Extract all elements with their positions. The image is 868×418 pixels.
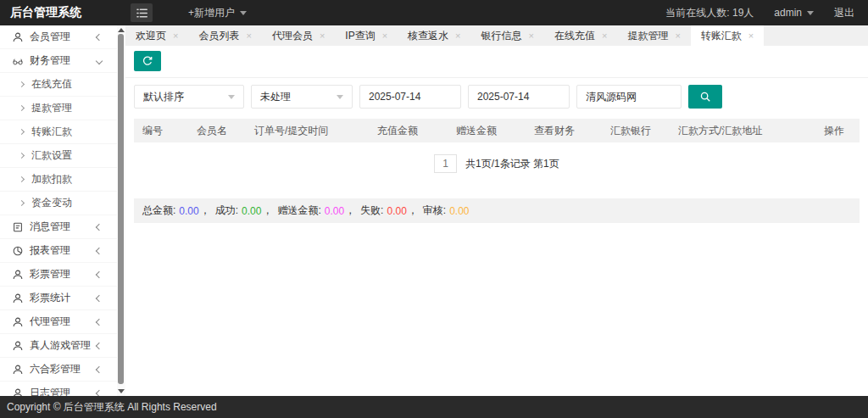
column-header-id: 编号 xyxy=(134,119,188,142)
tab-agent-member[interactable]: 代理会员 × xyxy=(262,25,335,46)
tab-welcome[interactable]: 欢迎页 × xyxy=(125,25,188,46)
sidebar-item-mark-six-management[interactable]: 六合彩管理 xyxy=(0,358,117,382)
sidebar-subitem-online-recharge[interactable]: 在线充值 xyxy=(0,73,117,97)
sort-select-value: 默认排序 xyxy=(143,90,184,104)
close-icon[interactable]: × xyxy=(246,31,251,41)
chevron-right-icon xyxy=(19,81,25,87)
header-right-group: 当前在线人数: 19人 admin 退出 xyxy=(665,6,868,20)
user-icon xyxy=(12,364,24,376)
app-title: 后台管理系统 xyxy=(0,5,125,20)
close-icon[interactable]: × xyxy=(748,31,754,41)
column-header-remit-method-address: 汇款方式/汇款地址 xyxy=(670,119,815,142)
sort-select[interactable]: 默认排序 xyxy=(134,85,244,109)
tab-member-list[interactable]: 会员列表 × xyxy=(188,25,261,46)
scrollbar-thumb[interactable] xyxy=(118,34,124,384)
tab-bank-info[interactable]: 银行信息 × xyxy=(471,25,544,46)
summary-label-success: 成功: xyxy=(215,203,238,218)
column-header-member-name: 会员名 xyxy=(188,119,246,142)
close-icon[interactable]: × xyxy=(529,31,534,41)
tab-transfer-remittance[interactable]: 转账汇款 × xyxy=(691,25,764,46)
scroll-down-arrow-icon[interactable] xyxy=(118,389,125,393)
date-from-input[interactable] xyxy=(359,85,461,109)
content-area: 默认排序 未处理 xyxy=(125,46,868,396)
summary-value-bonus: 0.00 xyxy=(325,205,344,217)
sidebar-subitem-transfer-remittance[interactable]: 转账汇款 xyxy=(0,120,117,144)
pagination: 1 共1页/1条记录 第1页 xyxy=(125,154,868,173)
sidebar-subitem-add-deduct-funds[interactable]: 加款扣款 xyxy=(0,168,117,192)
add-user-menu[interactable]: +新增用户 xyxy=(188,6,247,20)
column-header-remit-bank: 汇款银行 xyxy=(602,119,670,142)
sidebar-item-report-management[interactable]: 报表管理 xyxy=(0,239,117,263)
finance-icon xyxy=(12,55,24,67)
top-header: 后台管理系统 +新增用户 当前在线人数: 19人 admin 退出 xyxy=(0,0,868,25)
sidebar-subitem-label: 加款扣款 xyxy=(31,172,72,187)
sidebar-item-finance-management[interactable]: 财务管理 xyxy=(0,49,117,73)
online-count: 19人 xyxy=(732,7,754,19)
summary-label-fail: 失败: xyxy=(360,203,383,218)
scroll-up-arrow-icon[interactable] xyxy=(118,28,125,32)
sidebar-item-live-game-management[interactable]: 真人游戏管理 xyxy=(0,334,117,358)
sidebar: 会员管理 财务管理 在线充值 提款管理 转账汇款 xyxy=(0,25,125,396)
sidebar-item-agent-management[interactable]: 代理管理 xyxy=(0,310,117,334)
sidebar-item-message-management[interactable]: 消息管理 xyxy=(0,215,117,239)
chevron-left-icon xyxy=(96,318,103,325)
tab-label: 欢迎页 xyxy=(136,29,166,43)
date-to-input[interactable] xyxy=(468,85,570,109)
chevron-left-icon xyxy=(96,294,103,301)
chevron-left-icon xyxy=(96,247,103,254)
tab-ip-query[interactable]: IP查询 × xyxy=(335,25,398,46)
close-icon[interactable]: × xyxy=(320,31,325,41)
user-menu[interactable]: admin xyxy=(774,7,814,19)
chevron-right-icon xyxy=(19,105,25,111)
close-icon[interactable]: × xyxy=(382,31,387,41)
column-header-action: 操作 xyxy=(815,119,860,142)
close-icon[interactable]: × xyxy=(173,31,178,41)
tab-rebate-check[interactable]: 核查返水 × xyxy=(398,25,470,46)
tab-label: 会员列表 xyxy=(198,29,239,43)
sidebar-subitem-label: 在线充值 xyxy=(31,77,72,92)
refresh-button[interactable] xyxy=(134,51,161,71)
sidebar-item-member-management[interactable]: 会员管理 xyxy=(0,25,117,49)
logout-button[interactable]: 退出 xyxy=(834,6,854,20)
tab-withdrawal-management[interactable]: 提款管理 × xyxy=(617,25,690,46)
sidebar-item-label: 财务管理 xyxy=(30,53,70,68)
summary-label-total: 总金额: xyxy=(142,203,175,218)
page-number-button[interactable]: 1 xyxy=(434,154,457,173)
tab-label: 代理会员 xyxy=(272,29,313,43)
summary-value-success: 0.00 xyxy=(242,205,261,217)
online-label: 当前在线人数: xyxy=(665,7,729,19)
chevron-left-icon xyxy=(96,342,103,348)
close-icon[interactable]: × xyxy=(602,31,607,41)
close-icon[interactable]: × xyxy=(675,31,680,41)
magnifier-icon xyxy=(699,91,711,103)
sidebar-item-label: 真人游戏管理 xyxy=(30,338,91,353)
sidebar-item-label: 报表管理 xyxy=(30,243,70,258)
keyword-input[interactable] xyxy=(576,85,682,109)
list-icon xyxy=(136,8,148,19)
sidebar-item-label: 日志管理 xyxy=(30,386,70,396)
separator: ， xyxy=(200,203,210,218)
menu-toggle-button[interactable] xyxy=(131,3,153,22)
summary-value-total: 0.00 xyxy=(179,205,198,217)
sidebar-subitem-remittance-settings[interactable]: 汇款设置 xyxy=(0,144,117,168)
toolbar xyxy=(125,46,868,78)
user-icon xyxy=(12,340,24,352)
sidebar-subitem-label: 资金变动 xyxy=(31,196,72,210)
sidebar-item-lottery-statistics[interactable]: 彩票统计 xyxy=(0,287,117,310)
tab-online-recharge[interactable]: 在线充值 × xyxy=(544,25,617,46)
close-icon[interactable]: × xyxy=(455,31,460,41)
sidebar-subitem-withdrawal-management[interactable]: 提款管理 xyxy=(0,97,117,120)
sidebar-scrollbar[interactable] xyxy=(117,25,125,396)
sidebar-item-log-management[interactable]: 日志管理 xyxy=(0,382,117,396)
status-select[interactable]: 未处理 xyxy=(251,85,353,109)
tab-label: 在线充值 xyxy=(554,29,595,43)
column-header-bonus-amount: 赠送金额 xyxy=(448,119,526,142)
records-table: 编号 会员名 订单号/提交时间 充值金额 赠送金额 查看财务 汇款银行 汇款方式… xyxy=(134,119,860,142)
sidebar-item-lottery-management[interactable]: 彩票管理 xyxy=(0,263,117,287)
chevron-left-icon xyxy=(96,33,103,40)
chevron-right-icon xyxy=(19,153,25,159)
sidebar-subitem-funds-change[interactable]: 资金变动 xyxy=(0,192,117,215)
tab-label: 核查返水 xyxy=(408,29,448,43)
chevron-right-icon xyxy=(19,129,25,135)
search-button[interactable] xyxy=(688,85,722,109)
